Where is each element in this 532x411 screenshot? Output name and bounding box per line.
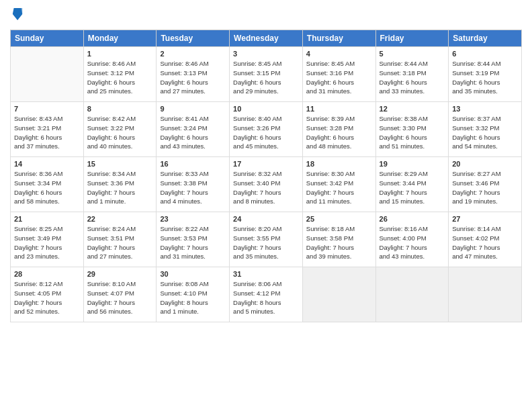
calendar-cell: 15Sunrise: 8:34 AMSunset: 3:36 PMDayligh…	[83, 157, 157, 212]
header	[10, 7, 522, 24]
day-info: Sunrise: 8:40 AMSunset: 3:26 PMDaylight:…	[233, 114, 299, 151]
day-info: Sunrise: 8:45 AMSunset: 3:16 PMDaylight:…	[306, 59, 372, 96]
day-number: 25	[306, 215, 372, 223]
day-number: 2	[160, 50, 226, 58]
calendar-cell	[375, 267, 449, 322]
day-info: Sunrise: 8:30 AMSunset: 3:42 PMDaylight:…	[306, 169, 372, 206]
calendar-cell	[449, 267, 522, 322]
day-info: Sunrise: 8:24 AMSunset: 3:51 PMDaylight:…	[87, 224, 153, 261]
day-number: 16	[160, 160, 226, 168]
day-info: Sunrise: 8:08 AMSunset: 4:10 PMDaylight:…	[160, 279, 226, 316]
calendar-cell: 18Sunrise: 8:30 AMSunset: 3:42 PMDayligh…	[302, 157, 375, 212]
column-header-tuesday: Tuesday	[157, 30, 230, 47]
calendar-cell: 17Sunrise: 8:32 AMSunset: 3:40 PMDayligh…	[230, 157, 303, 212]
calendar-cell	[302, 267, 375, 322]
day-number: 27	[452, 215, 518, 223]
svg-marker-1	[17, 8, 22, 20]
page: SundayMondayTuesdayWednesdayThursdayFrid…	[0, 0, 532, 411]
day-number: 19	[380, 160, 445, 168]
day-info: Sunrise: 8:25 AMSunset: 3:49 PMDaylight:…	[14, 224, 80, 261]
day-number: 31	[233, 270, 299, 278]
calendar-cell: 2Sunrise: 8:46 AMSunset: 3:13 PMDaylight…	[157, 47, 230, 102]
day-info: Sunrise: 8:45 AMSunset: 3:15 PMDaylight:…	[233, 59, 299, 96]
calendar-cell: 11Sunrise: 8:39 AMSunset: 3:28 PMDayligh…	[302, 102, 375, 157]
day-info: Sunrise: 8:36 AMSunset: 3:34 PMDaylight:…	[14, 169, 80, 206]
day-number: 3	[233, 50, 299, 58]
logo-icon	[11, 7, 24, 21]
day-number: 1	[87, 50, 153, 58]
header-row: SundayMondayTuesdayWednesdayThursdayFrid…	[11, 30, 522, 47]
calendar-cell: 22Sunrise: 8:24 AMSunset: 3:51 PMDayligh…	[83, 212, 157, 267]
calendar-cell: 12Sunrise: 8:38 AMSunset: 3:30 PMDayligh…	[375, 102, 449, 157]
week-row-3: 21Sunrise: 8:25 AMSunset: 3:49 PMDayligh…	[11, 212, 522, 267]
calendar-cell: 13Sunrise: 8:37 AMSunset: 3:32 PMDayligh…	[449, 102, 522, 157]
calendar-cell	[11, 47, 84, 102]
day-number: 24	[233, 215, 299, 223]
calendar-cell: 10Sunrise: 8:40 AMSunset: 3:26 PMDayligh…	[230, 102, 303, 157]
day-number: 5	[380, 50, 445, 58]
day-info: Sunrise: 8:10 AMSunset: 4:07 PMDaylight:…	[87, 279, 153, 316]
calendar-cell: 21Sunrise: 8:25 AMSunset: 3:49 PMDayligh…	[11, 212, 84, 267]
calendar-cell: 28Sunrise: 8:12 AMSunset: 4:05 PMDayligh…	[11, 267, 84, 322]
calendar-cell: 8Sunrise: 8:42 AMSunset: 3:22 PMDaylight…	[83, 102, 157, 157]
calendar-cell: 25Sunrise: 8:18 AMSunset: 3:58 PMDayligh…	[302, 212, 375, 267]
calendar-cell: 6Sunrise: 8:44 AMSunset: 3:19 PMDaylight…	[449, 47, 522, 102]
calendar-cell: 20Sunrise: 8:27 AMSunset: 3:46 PMDayligh…	[449, 157, 522, 212]
day-info: Sunrise: 8:29 AMSunset: 3:44 PMDaylight:…	[380, 169, 445, 206]
day-info: Sunrise: 8:20 AMSunset: 3:55 PMDaylight:…	[233, 224, 299, 261]
calendar-cell: 24Sunrise: 8:20 AMSunset: 3:55 PMDayligh…	[230, 212, 303, 267]
calendar-cell: 23Sunrise: 8:22 AMSunset: 3:53 PMDayligh…	[157, 212, 230, 267]
day-info: Sunrise: 8:06 AMSunset: 4:12 PMDaylight:…	[233, 279, 299, 316]
calendar-cell: 19Sunrise: 8:29 AMSunset: 3:44 PMDayligh…	[375, 157, 449, 212]
column-header-sunday: Sunday	[11, 30, 84, 47]
calendar-cell: 29Sunrise: 8:10 AMSunset: 4:07 PMDayligh…	[83, 267, 157, 322]
day-info: Sunrise: 8:14 AMSunset: 4:02 PMDaylight:…	[452, 224, 518, 261]
logo	[10, 7, 25, 24]
calendar-cell: 31Sunrise: 8:06 AMSunset: 4:12 PMDayligh…	[230, 267, 303, 322]
day-number: 23	[160, 215, 226, 223]
day-number: 15	[87, 160, 153, 168]
day-number: 28	[14, 270, 80, 278]
day-info: Sunrise: 8:34 AMSunset: 3:36 PMDaylight:…	[87, 169, 153, 206]
day-info: Sunrise: 8:44 AMSunset: 3:18 PMDaylight:…	[380, 59, 445, 96]
day-info: Sunrise: 8:27 AMSunset: 3:46 PMDaylight:…	[452, 169, 518, 206]
day-number: 14	[14, 160, 80, 168]
column-header-saturday: Saturday	[449, 30, 522, 47]
day-number: 18	[306, 160, 372, 168]
column-header-thursday: Thursday	[302, 30, 375, 47]
day-number: 11	[306, 105, 372, 113]
column-header-friday: Friday	[375, 30, 449, 47]
day-number: 8	[87, 105, 153, 113]
calendar-cell: 3Sunrise: 8:45 AMSunset: 3:15 PMDaylight…	[230, 47, 303, 102]
day-number: 9	[160, 105, 226, 113]
day-info: Sunrise: 8:44 AMSunset: 3:19 PMDaylight:…	[452, 59, 518, 96]
day-info: Sunrise: 8:38 AMSunset: 3:30 PMDaylight:…	[380, 114, 445, 151]
calendar-cell: 16Sunrise: 8:33 AMSunset: 3:38 PMDayligh…	[157, 157, 230, 212]
day-info: Sunrise: 8:18 AMSunset: 3:58 PMDaylight:…	[306, 224, 372, 261]
column-header-wednesday: Wednesday	[230, 30, 303, 47]
day-info: Sunrise: 8:16 AMSunset: 4:00 PMDaylight:…	[380, 224, 445, 261]
day-number: 22	[87, 215, 153, 223]
day-number: 4	[306, 50, 372, 58]
day-info: Sunrise: 8:32 AMSunset: 3:40 PMDaylight:…	[233, 169, 299, 206]
day-info: Sunrise: 8:46 AMSunset: 3:13 PMDaylight:…	[160, 59, 226, 96]
day-number: 12	[380, 105, 445, 113]
day-info: Sunrise: 8:43 AMSunset: 3:21 PMDaylight:…	[14, 114, 80, 151]
calendar-table: SundayMondayTuesdayWednesdayThursdayFrid…	[10, 30, 522, 322]
calendar-cell: 26Sunrise: 8:16 AMSunset: 4:00 PMDayligh…	[375, 212, 449, 267]
day-info: Sunrise: 8:12 AMSunset: 4:05 PMDaylight:…	[14, 279, 80, 316]
column-header-monday: Monday	[83, 30, 157, 47]
day-number: 20	[452, 160, 518, 168]
week-row-0: 1Sunrise: 8:46 AMSunset: 3:12 PMDaylight…	[11, 47, 522, 102]
day-info: Sunrise: 8:41 AMSunset: 3:24 PMDaylight:…	[160, 114, 226, 151]
day-number: 26	[380, 215, 445, 223]
week-row-4: 28Sunrise: 8:12 AMSunset: 4:05 PMDayligh…	[11, 267, 522, 322]
calendar-cell: 5Sunrise: 8:44 AMSunset: 3:18 PMDaylight…	[375, 47, 449, 102]
day-number: 10	[233, 105, 299, 113]
day-info: Sunrise: 8:22 AMSunset: 3:53 PMDaylight:…	[160, 224, 226, 261]
day-info: Sunrise: 8:37 AMSunset: 3:32 PMDaylight:…	[452, 114, 518, 151]
day-info: Sunrise: 8:46 AMSunset: 3:12 PMDaylight:…	[87, 59, 153, 96]
day-number: 17	[233, 160, 299, 168]
calendar-cell: 7Sunrise: 8:43 AMSunset: 3:21 PMDaylight…	[11, 102, 84, 157]
calendar-cell: 14Sunrise: 8:36 AMSunset: 3:34 PMDayligh…	[11, 157, 84, 212]
